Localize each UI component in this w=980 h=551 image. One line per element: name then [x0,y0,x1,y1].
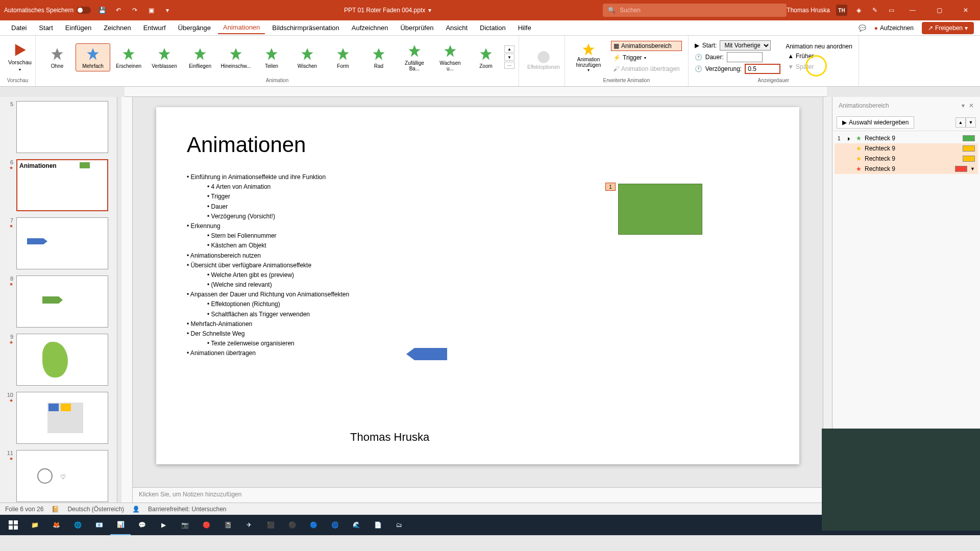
start-button[interactable] [3,515,23,535]
thumbnail-slide-11[interactable]: 11★♡ [4,450,113,502]
menu-einfuegen[interactable]: Einfügen [60,22,96,34]
start-select[interactable]: Mit Vorheriger [720,40,771,51]
thumb-preview[interactable] [16,334,108,386]
toggle-switch[interactable] [77,7,91,14]
menu-aufzeichnen[interactable]: Aufzeichnen [347,22,394,34]
menu-animationen[interactable]: Animationen [218,21,265,34]
comments-icon[interactable]: 💬 [859,24,866,32]
user-badge[interactable]: TH [836,5,847,16]
thumbnail-slide-6[interactable]: 6★Animationen [4,159,113,211]
animation-effect-hineinschw...[interactable]: Hineinschw... [218,44,253,71]
gallery-down-icon[interactable]: ▼ [504,54,514,61]
menu-zeichnen[interactable]: Zeichnen [99,22,136,34]
minimize-icon[interactable]: — [902,2,923,18]
thumbnail-slide-5[interactable]: 5 [4,101,113,153]
window-icon[interactable]: ▭ [886,5,896,15]
app-icon-7[interactable]: 📄 [368,515,388,535]
app-icon-6[interactable]: 🌀 [325,515,345,535]
thumb-preview[interactable]: ♡ [16,450,108,502]
gallery-more-icon[interactable]: ⋯ [504,62,514,69]
present-icon[interactable]: ▣ [146,5,156,15]
gallery-up-icon[interactable]: ▲ [504,45,514,53]
accessibility-icon[interactable]: 👤 [132,506,140,513]
app-icon-1[interactable]: 💬 [132,515,152,535]
vertical-splitter[interactable] [117,97,121,503]
animation-effect-verblassen[interactable]: Verblassen [147,44,182,71]
chrome-icon[interactable]: 🌐 [67,515,88,535]
animation-effect-rad[interactable]: Rad [361,44,396,71]
thumbnail-slide-10[interactable]: 10★ [4,392,113,444]
thumb-preview[interactable] [16,101,108,153]
filename-dropdown-icon[interactable]: ▾ [428,7,431,14]
animation-pane-button[interactable]: ▦Animationsbereich [611,41,682,51]
vlc-icon[interactable]: ▶ [153,515,174,535]
app-icon-4[interactable]: ⬛ [260,515,281,535]
anim-entry-2[interactable]: ★Rechteck 9 [835,154,978,164]
animation-effect-wischen[interactable]: Wischen [290,44,325,71]
entry-dropdown-icon[interactable]: ▼ [970,166,975,171]
duration-input[interactable] [727,52,763,62]
author-text[interactable]: Thomas Hruska [350,431,429,444]
animation-effect-zoom[interactable]: Zoom [469,44,503,71]
move-down-button[interactable]: ▼ [966,117,976,128]
obs-icon[interactable]: ⚫ [282,515,302,535]
language-text[interactable]: Deutsch (Österreich) [67,506,124,513]
thumb-preview[interactable] [16,217,108,269]
share-button[interactable]: ↗Freigeben▾ [922,22,974,34]
menu-start[interactable]: Start [34,22,58,34]
telegram-icon[interactable]: ✈ [239,515,259,535]
menu-dictation[interactable]: Dictation [475,22,511,34]
spell-icon[interactable]: 📔 [52,506,59,513]
green-rectangle-shape[interactable] [618,184,702,235]
thumbnail-slide-7[interactable]: 7★ [4,217,113,269]
menu-hilfe[interactable]: Hilfe [513,22,536,34]
thumbnail-slide-8[interactable]: 8★ [4,276,113,328]
diamond-icon[interactable]: ◈ [853,5,864,15]
app-icon-3[interactable]: 🔴 [196,515,216,535]
animation-effect-form[interactable]: Form [326,44,360,71]
menu-datei[interactable]: Datei [6,22,32,34]
thumb-preview[interactable]: Animationen [16,159,108,211]
menu-uebergaenge[interactable]: Übergänge [173,22,216,34]
save-icon[interactable]: 💾 [97,5,107,15]
menu-ueberpruefen[interactable]: Überprüfen [395,22,438,34]
anim-entry-3[interactable]: ★Rechteck 9▼ [835,164,978,174]
preview-button[interactable]: Vorschau▾ [4,41,36,74]
menu-ansicht[interactable]: Ansicht [440,22,473,34]
notes-area[interactable]: Klicken Sie, um Notizen hinzuzufügen [133,487,823,503]
blue-arrow-shape[interactable] [406,348,447,360]
earlier-button[interactable]: ▲Früher [786,52,852,61]
app-icon-8[interactable]: 🗂 [389,515,409,535]
explorer-icon[interactable]: 📁 [24,515,45,535]
close-icon[interactable]: ✕ [955,2,976,18]
undo-icon[interactable]: ↶ [113,5,124,15]
powerpoint-icon[interactable]: 📊 [110,515,131,535]
edge-icon[interactable]: 🌊 [346,515,366,535]
maximize-icon[interactable]: ▢ [929,2,949,18]
pane-dropdown-icon[interactable]: ▾ [962,102,965,109]
animation-effect-einfliegen[interactable]: Einfliegen [183,44,217,71]
animation-effect-teilen[interactable]: Teilen [254,44,289,71]
animation-effect-zufällige ba...[interactable]: Zufällige Ba... [397,41,432,73]
search-input[interactable] [620,7,781,14]
play-selection-button[interactable]: ▶Auswahl wiedergeben [837,116,914,129]
pane-close-icon[interactable]: ✕ [969,102,974,109]
app-icon-5[interactable]: 🔵 [303,515,324,535]
onenote-icon[interactable]: 📓 [217,515,238,535]
animation-tag[interactable]: 1 [605,183,616,191]
anim-entry-0[interactable]: 1⏵★Rechteck 9 [835,133,978,143]
thumbnail-slide-9[interactable]: 9★ [4,334,113,386]
outlook-icon[interactable]: 📧 [89,515,109,535]
more-icon[interactable]: ▾ [162,5,173,15]
accessibility-text[interactable]: Barrierefreiheit: Untersuchen [148,506,226,513]
pen-icon[interactable]: ✎ [870,5,880,15]
search-box[interactable]: 🔍 [603,4,787,17]
animation-effect-wachsen u...[interactable]: Wachsen u... [433,41,468,73]
animation-effect-ohne[interactable]: Ohne [40,44,75,71]
app-icon-2[interactable]: 📷 [175,515,195,535]
slide-title[interactable]: Animationen [187,133,769,157]
animation-effect-erscheinen[interactable]: Erscheinen [111,44,146,71]
slide-canvas[interactable]: Animationen • Einführung in Animationsef… [156,107,799,464]
thumb-preview[interactable] [16,276,108,328]
menu-bildschirmpraesentation[interactable]: Bildschirmpräsentation [267,22,345,34]
